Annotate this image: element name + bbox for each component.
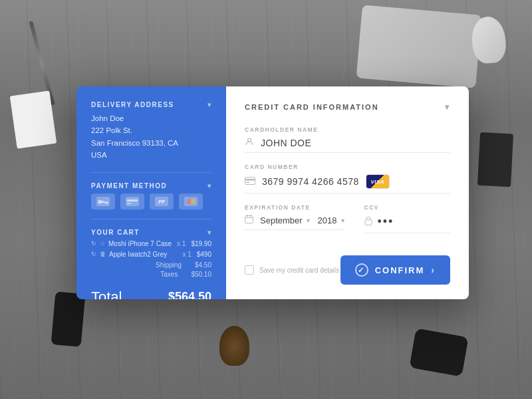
cart-item-1: ↻ ☆ Moshi iPhone 7 Case x 1 $19.90 — [91, 240, 211, 247]
expiry-ccv-row: EXPIRATION DATE September ▾ 2018 ▾ — [245, 204, 450, 233]
taxes-label: Taxes — [160, 271, 178, 278]
svg-rect-18 — [365, 220, 372, 225]
expiration-field: EXPIRATION DATE September ▾ 2018 ▾ — [245, 204, 344, 233]
payment-method-chevron-icon: ▾ — [207, 182, 212, 190]
svg-point-9 — [190, 199, 196, 204]
left-panel: DELIVERY ADDRESS ▾ John Doe 222 Polk St.… — [76, 86, 226, 299]
payment-method-section: PAYMENT METHOD ▾ ⌘Pay — [91, 172, 211, 209]
bottom-row: Save my credit card details ✓ CONFIRM › — [245, 245, 450, 285]
svg-point-10 — [248, 138, 251, 142]
ccv-value: ••• — [378, 215, 394, 229]
your-cart-header[interactable]: YOUR CART ▾ — [91, 229, 211, 236]
expiration-selects[interactable]: September ▾ 2018 ▾ — [245, 215, 344, 230]
card-number-row[interactable]: 3679 9974 4266 4578 VISA — [245, 174, 450, 194]
delivery-address-section[interactable]: DELIVERY ADDRESS ▾ — [91, 101, 211, 108]
svg-rect-12 — [245, 179, 255, 181]
card-number-value: 3679 9974 4266 4578 — [262, 176, 359, 187]
shipping-label: Shipping — [156, 261, 182, 269]
svg-rect-3 — [127, 200, 138, 201]
confirm-arrow-icon: › — [431, 265, 436, 275]
svg-rect-11 — [245, 178, 255, 185]
total-row: Total $564.50 — [91, 285, 211, 299]
svg-rect-15 — [247, 215, 248, 217]
pinecone-decoration — [219, 326, 249, 366]
cart-item-2-name: Apple Iwatch2 Grey — [109, 251, 167, 258]
cart-item-1-name: Moshi iPhone 7 Case — [108, 240, 172, 247]
cardholder-name-row[interactable]: JOHN DOE — [245, 137, 450, 153]
phone-decoration — [51, 291, 86, 347]
credit-card-icon[interactable] — [120, 194, 144, 209]
city-state: San Francisco 93133, CA — [91, 137, 211, 149]
recipient-name: John Doe — [91, 112, 211, 124]
svg-rect-13 — [246, 182, 249, 184]
ccv-input-row[interactable]: ••• — [364, 215, 450, 233]
svg-rect-17 — [245, 217, 253, 218]
cardholder-name-value: JOHN DOE — [261, 138, 311, 148]
payment-method-header[interactable]: PAYMENT METHOD ▾ — [91, 182, 211, 190]
total-amount: $564.50 — [168, 290, 211, 299]
apple-pay-icon[interactable]: ⌘Pay — [91, 194, 115, 209]
svg-text:⌘Pay: ⌘Pay — [98, 200, 109, 204]
cart-item-2-qty: x 1 — [182, 251, 191, 258]
card-number-label: CARD NUMBER — [245, 164, 450, 170]
cart-item-1-qty: x 1 — [177, 240, 186, 247]
cc-info-label: CREDIT CARD INFORMATION — [245, 103, 379, 111]
svg-text:PP: PP — [158, 200, 165, 204]
total-label: Total — [91, 289, 122, 299]
cardholder-name-field: CARDHOLDER NAME JOHN DOE — [245, 126, 450, 164]
person-icon — [245, 137, 254, 148]
payment-icons-row: ⌘Pay PP — [91, 194, 211, 209]
save-card-checkbox[interactable]: Save my credit card details — [245, 265, 339, 275]
wallet-decoration — [477, 132, 513, 188]
delivery-address-chevron-icon: ▾ — [207, 101, 212, 108]
checkout-card: DELIVERY ADDRESS ▾ John Doe 222 Polk St.… — [76, 86, 469, 299]
confirm-label: CONFIRM — [375, 265, 425, 275]
svg-rect-16 — [251, 215, 252, 217]
notebook-decoration — [10, 90, 57, 149]
exp-month-value: September — [260, 215, 303, 225]
your-cart-section: YOUR CART ▾ ↻ ☆ Moshi iPhone 7 Case x 1 … — [91, 219, 211, 299]
visa-badge: VISA — [366, 174, 390, 189]
refresh-icon-2: ↻ — [91, 251, 96, 257]
svg-rect-4 — [127, 203, 131, 204]
delivery-address-label: DELIVERY ADDRESS — [91, 101, 174, 108]
paypal-icon[interactable]: PP — [150, 194, 174, 209]
expiration-label: EXPIRATION DATE — [245, 204, 344, 211]
cardholder-name-label: CARDHOLDER NAME — [245, 126, 450, 133]
your-cart-chevron-icon: ▾ — [207, 229, 212, 236]
taxes-price: $50.10 — [191, 271, 211, 278]
street-address: 222 Polk St. — [91, 124, 211, 136]
star-icon: ☆ — [100, 240, 105, 247]
card-icon — [245, 176, 255, 187]
laptop-decoration — [356, 5, 482, 88]
checkbox-box[interactable] — [245, 265, 254, 275]
save-card-label: Save my credit card details — [259, 267, 339, 274]
cc-info-chevron-icon: ▾ — [445, 102, 450, 112]
cc-info-header[interactable]: CREDIT CARD INFORMATION ▾ — [245, 102, 450, 112]
country: USA — [91, 149, 211, 161]
exp-year-value: 2018 — [318, 215, 337, 225]
cart-item-2-price: $490 — [197, 251, 211, 258]
refresh-icon: ↻ — [91, 240, 96, 247]
svg-rect-14 — [245, 216, 253, 223]
ccv-label: CCV — [364, 204, 450, 211]
right-panel: CREDIT CARD INFORMATION ▾ CARDHOLDER NAM… — [226, 86, 469, 299]
exp-month-chevron-icon: ▾ — [307, 217, 310, 224]
exp-year-chevron-icon: ▾ — [341, 217, 344, 224]
your-cart-label: YOUR CART — [91, 229, 140, 236]
shipping-row: Shipping $4.50 — [91, 261, 211, 269]
ccv-field: CCV ••• — [364, 204, 450, 233]
cart-item-2: ↻ 🗑 Apple Iwatch2 Grey x 1 $490 — [91, 251, 211, 258]
confirm-check-icon: ✓ — [355, 263, 368, 277]
shipping-price: $4.50 — [195, 261, 211, 269]
delivery-address-block: John Doe 222 Polk St. San Francisco 9313… — [91, 112, 211, 162]
lock-icon — [364, 216, 372, 227]
taxes-row: Taxes $50.10 — [91, 271, 211, 278]
payment-method-label: PAYMENT METHOD — [91, 182, 167, 190]
cart-item-1-price: $19.90 — [191, 240, 211, 247]
calendar-icon — [245, 215, 253, 225]
other-card-icon[interactable] — [179, 194, 203, 209]
card-number-field: CARD NUMBER 3679 9974 4266 4578 VISA — [245, 164, 450, 204]
confirm-button[interactable]: ✓ CONFIRM › — [340, 255, 450, 285]
trash-icon: 🗑 — [100, 251, 106, 257]
